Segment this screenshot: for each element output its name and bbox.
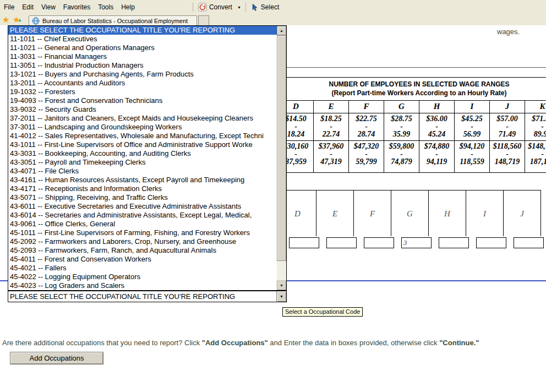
occupation-option[interactable]: 37-2011 -- Janitors and Cleaners, Except… [8,114,277,123]
occupation-option[interactable]: 43-6014 -- Secretaries and Administrativ… [8,211,277,220]
wage-column-header: J [490,101,525,113]
occupation-option[interactable]: 13-2011 -- Accountants and Auditors [8,79,277,88]
occupation-option[interactable]: 41-4012 -- Sales Representatives, Wholes… [8,132,277,140]
occupation-option[interactable]: 33-9032 -- Security Guards [8,105,277,114]
menu-view[interactable]: View [37,0,59,14]
wage-annual-range: $118,560-148,719 [490,141,525,173]
tab-bar: ★ ★ + Bureau of Labor Statistics - Occup… [0,14,546,25]
menu-edit[interactable]: Edit [18,0,37,14]
add-occupations-button[interactable]: Add Occupations [10,352,103,364]
occupation-option[interactable]: 43-3031 -- Bookkeeping, Accounting, and … [8,149,277,158]
employee-count-input-G[interactable] [401,237,432,248]
occupation-option[interactable]: 43-3051 -- Payroll and Timekeeping Clerk… [8,158,277,167]
occupation-option[interactable]: 43-4171 -- Receptionists and Information… [8,184,277,193]
instruction-part2: and Enter the data in boxes provided, ot… [268,339,439,347]
select-dropdown-button[interactable]: ▼ [276,291,286,302]
menu-tools[interactable]: Tools [94,0,117,14]
employee-count-input-I[interactable] [476,237,506,248]
select-label: Select [261,3,279,11]
occupation-select[interactable]: PLEASE SELECT THE OCCUPATIONAL TITLE YOU… [8,291,287,302]
occupation-option[interactable]: 11-1021 -- General and Operations Manage… [8,43,277,52]
employee-count-input-D[interactable] [289,237,319,248]
wage-annual-range: $94,120-118,559 [455,141,490,173]
instruction-bold2: "Continue." [439,339,479,347]
scroll-down-icon: ▼ [280,284,283,287]
menu-help[interactable]: Help [117,0,139,14]
occupation-option[interactable]: 13-1021 -- Buyers and Purchasing Agents,… [8,70,277,79]
menu-favorites[interactable]: Favorites [59,0,94,14]
tab-title: Bureau of Labor Statistics - Occupationa… [42,18,188,24]
select-button[interactable]: Select [248,1,282,13]
toolbar-divider [245,3,246,12]
occupation-option[interactable]: 43-1011 -- First-Line Supervisors of Off… [8,140,277,149]
wage-annual-range: $47,320-59,799 [349,141,384,173]
convert-button[interactable]: Convert [195,1,235,13]
scrollbar-thumb[interactable] [277,35,286,261]
occupation-option[interactable]: 19-4093 -- Forest and Conservation Techn… [8,96,277,105]
wage-table-header-row: DEFGHIJK [278,101,546,113]
occupation-option[interactable]: 43-4161 -- Human Resources Assistants, E… [8,176,277,184]
occupation-option[interactable]: 43-4071 -- File Clerks [8,167,277,176]
favorites-star-icon[interactable]: ★ [2,15,9,25]
occupation-option[interactable]: 45-1011 -- First-Line Supervisors of Far… [8,228,277,237]
wage-annual-range: $59,800-74,879 [384,141,419,173]
convert-dropdown-button[interactable]: ▼ [235,1,243,13]
wage-hourly-range: $22.75-28.74 [349,113,384,141]
wage-hourly-range: $18.25-22.74 [314,113,349,141]
wage-hourly-range: $45.25-56.99 [455,113,490,141]
dropdown-arrow-icon: ▼ [280,295,283,298]
employee-entry-table: DEFGHIJ [279,190,541,236]
occupation-option[interactable]: 45-4011 -- Forest and Conservation Worke… [8,255,277,264]
entry-column-header: F [354,190,391,236]
occupation-option[interactable]: 45-4022 -- Logging Equipment Operators [8,273,277,281]
occupation-option[interactable]: 45-4021 -- Fallers [8,264,277,273]
wage-column-header: E [314,101,349,113]
wage-column-header: H [419,101,455,113]
scrollbar-down-button[interactable]: ▼ [277,281,286,290]
occupation-option[interactable]: 43-5071 -- Shipping, Receiving, and Traf… [8,193,277,202]
wage-annual-range: $37,960-47,319 [314,141,349,173]
occupation-option[interactable]: 11-3051 -- Industrial Production Manager… [8,61,277,70]
occupation-option[interactable]: 19-1032 -- Foresters [8,88,277,96]
wage-table-title: NUMBER OF EMPLOYEES IN SELECTED WAGE RAN… [278,77,546,101]
occupation-select-value: PLEASE SELECT THE OCCUPATIONAL TITLE YOU… [8,291,276,302]
entry-column-header: G [391,190,429,236]
add-favorite-plus-icon: + [18,18,21,24]
wage-ranges-table: NUMBER OF EMPLOYEES IN SELECTED WAGE RAN… [278,77,546,173]
browser-window: File Edit View Favorites Tools Help Conv… [0,0,546,392]
occupation-option[interactable]: 43-9061 -- Office Clerks, General [8,220,277,228]
entry-column-header: I [466,190,504,236]
occupation-option[interactable]: 45-4023 -- Log Graders and Scalers [8,281,277,290]
scrollbar-up-button[interactable]: ▲ [277,26,286,35]
globe-icon [32,17,40,25]
section-divider [275,67,546,68]
occupation-option[interactable]: 11-1011 -- Chief Executives [8,35,277,43]
menu-file[interactable]: File [0,0,18,14]
tab-stub[interactable] [198,15,209,25]
entry-column-header: H [429,190,466,236]
employee-count-input-E[interactable] [326,237,357,248]
employee-count-input-F[interactable] [364,237,394,248]
wage-table-hourly-row: $14.50-18.24$18.25-22.74$22.75-28.74$28.… [278,113,546,141]
occupation-options: PLEASE SELECT THE OCCUPATIONAL TITLE YOU… [8,26,277,290]
toolbar-divider [193,3,193,12]
tab-bls-occupational-employment[interactable]: Bureau of Labor Statistics - Occupationa… [29,15,197,25]
convert-label: Convert [209,3,232,11]
occupation-dropdown-list: PLEASE SELECT THE OCCUPATIONAL TITLE YOU… [8,25,287,291]
select-icon [251,3,259,11]
occupation-option[interactable]: 37-3011 -- Landscaping and Groundskeepin… [8,123,277,132]
occupation-option[interactable]: 43-6011 -- Executive Secretaries and Exe… [8,202,277,211]
employee-count-input-H[interactable] [439,237,469,248]
employee-count-input-J[interactable] [514,237,544,248]
occupation-option-selected[interactable]: PLEASE SELECT THE OCCUPATIONAL TITLE YOU… [8,26,277,35]
wage-column-header: F [349,101,384,113]
occupation-option[interactable]: 11-3031 -- Financial Managers [8,52,277,61]
entry-inputs-row [279,237,544,248]
intro-text-fragment: wages. [497,28,520,36]
wage-column-header: K [525,101,546,113]
entry-table-header-row: DEFGHIJ [279,190,541,236]
list-scrollbar[interactable]: ▲ ▼ [277,26,286,290]
entry-column-header: J [504,190,541,236]
occupation-option[interactable]: 45-2092 -- Farmworkers and Laborers, Cro… [8,237,277,246]
occupation-option[interactable]: 45-2093 -- Farmworkers, Farm, Ranch, and… [8,246,277,255]
